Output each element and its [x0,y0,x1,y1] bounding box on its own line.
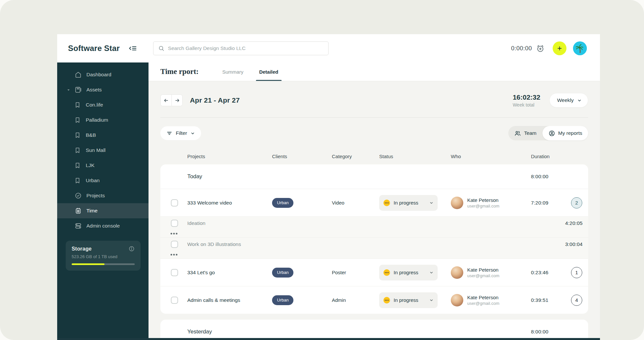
bookmark-icon [74,132,81,138]
column-header-who: Who [451,153,531,160]
filter-button[interactable]: Filter [160,126,201,140]
row-checkbox[interactable] [171,269,178,276]
view-toggle-team[interactable]: Team [508,126,542,140]
status-in-progress-icon [383,297,390,304]
column-header-projects: Projects [187,153,272,160]
report-title-bar: Time rport: SummaryDetailed [149,62,600,81]
sidebar-item-dashboard[interactable]: Dashboard [57,67,149,82]
sidebar-item-label: B&B [86,132,96,138]
search-icon [158,45,165,52]
sidebar-item-assets[interactable]: Assets [57,82,149,97]
sidebar-item-con-life[interactable]: Con.life [57,97,149,112]
row-checkbox[interactable] [171,241,178,248]
user-avatar[interactable] [573,41,587,55]
assignee-avatar [451,197,463,209]
report-content: Apr 21 - Apr 27 16:02:32 Week total Week… [149,81,600,340]
admin-icon [74,222,82,230]
bookmark-icon [74,177,81,184]
column-header-duration: Duration [531,153,565,160]
project-name: 333 Welcome video [187,200,272,206]
storage-card: Storage 523.26 GB of 1 TB used [66,241,141,271]
entry-count-badge[interactable]: 4 [571,295,582,306]
sidebar: DashboardAssetsCon.lifePalladiumB&BSun M… [57,62,149,340]
assignee-email: user@gmail.com [467,204,499,208]
add-entry-button[interactable]: + [553,41,566,55]
sidebar-collapse-icon[interactable] [129,44,137,52]
screen-frame: Software Star 0:00:00 [0,0,644,340]
week-total: 16:02:32 Week total [513,93,540,108]
bottom-edge [57,338,600,340]
row-menu-icon[interactable] [171,233,177,234]
sidebar-item-label: Projects [86,193,105,199]
view-toggle-label: My reports [558,130,582,136]
period-selector[interactable]: Weekly [549,93,588,108]
main-area: Time rport: SummaryDetailed [149,62,600,340]
view-toggle-my-reports[interactable]: My reports [542,126,588,140]
row-checkbox[interactable] [171,297,178,304]
info-icon[interactable] [128,246,135,252]
tab-detailed[interactable]: Detailed [256,62,282,81]
assignee-avatar [451,266,463,279]
sidebar-item-admin-console[interactable]: Admin console [57,218,149,233]
project-name: Ideation [187,220,531,226]
client-badge: Urban [272,295,293,305]
sidebar-item-label: Dashboard [86,72,111,78]
row-menu-icon[interactable] [171,254,177,255]
prev-week-button[interactable] [161,95,172,106]
chevron-down-icon [429,201,434,205]
table-header-row: ProjectsClientsCategoryStatusWhoDuration [160,153,588,160]
app-body: DashboardAssetsCon.lifePalladiumB&BSun M… [57,62,600,340]
app-logo: Software Star [68,44,120,53]
sidebar-item-urban[interactable]: Urban [57,173,149,188]
duration-value: 0:23:46 [531,270,565,276]
group-header-row: Yesterday8:00:00 [160,320,588,340]
sidebar-item-label: Assets [86,87,102,93]
caret-down-icon[interactable] [66,88,74,92]
time-entries-card-yesterday: Yesterday8:00:00 [160,320,588,340]
bookmark-icon [74,162,81,169]
bookmark-icon [74,102,81,108]
storage-progress-fill [72,263,104,265]
date-row: Apr 21 - Apr 27 16:02:32 Week total Week… [160,93,588,108]
view-toggle-label: Team [524,130,537,136]
status-dropdown[interactable]: In progress [379,195,438,211]
entry-count-badge[interactable]: 2 [571,197,582,208]
time-entry-row: Ideation4:20:05 [160,216,588,237]
storage-title: Storage [72,246,92,252]
entry-count-badge[interactable]: 1 [571,267,582,278]
duration-value: 4:20:05 [565,220,588,226]
client-badge: Urban [272,268,293,278]
sidebar-item-ljk[interactable]: LJK [57,158,149,173]
assignee-email: user@gmail.com [467,301,499,306]
search-input-wrapper [153,41,329,55]
time-entry-row: Work on 3D illustrations3:00:04 [160,237,588,258]
time-entry-row: 333 Welcome videoUrbanVideoIn progressKa… [160,189,588,216]
tab-summary[interactable]: Summary [219,62,246,81]
sidebar-item-time[interactable]: Time [57,203,149,218]
row-checkbox[interactable] [171,199,178,206]
status-in-progress-icon [383,269,390,276]
duration-value: 3:00:04 [565,241,588,247]
chevron-down-icon [190,131,195,136]
group-label: Yesterday [187,328,531,335]
sidebar-item-label: Urban [86,178,100,183]
status-dropdown[interactable]: In progress [379,292,438,308]
status-dropdown[interactable]: In progress [379,265,438,280]
period-selector-value: Weekly [557,97,574,103]
sidebar-item-b-b[interactable]: B&B [57,128,149,143]
next-week-button[interactable] [172,95,182,106]
timer-add-icon[interactable] [536,44,545,53]
client-badge: Urban [272,198,293,208]
sidebar-item-label: Admin console [86,223,120,229]
sidebar-item-palladium[interactable]: Palladium [57,112,149,128]
row-checkbox[interactable] [171,220,178,227]
search-input[interactable] [168,45,324,51]
time-entry-groups: Today8:00:00333 Welcome videoUrbanVideoI… [160,164,588,340]
sidebar-item-projects[interactable]: Projects [57,188,149,203]
group-header-row: Today8:00:00 [160,164,588,189]
column-header-category: Category [332,153,379,160]
sidebar-item-sun-mall[interactable]: Sun Mall [57,143,149,158]
column-header-clients: Clients [272,153,332,160]
category-value: Poster [332,270,379,275]
time-entry-row: 334 Let's goUrbanPosterIn progressKate P… [160,258,588,286]
